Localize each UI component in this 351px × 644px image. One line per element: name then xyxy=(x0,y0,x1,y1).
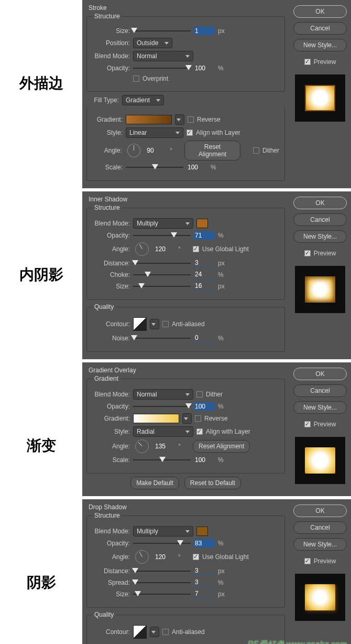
checkbox-antialiased[interactable] xyxy=(162,321,169,327)
checkbox-reverse[interactable] xyxy=(188,116,194,123)
newstyle-button[interactable]: New Style... xyxy=(293,401,347,414)
input-scale[interactable] xyxy=(187,163,207,171)
slider-distance[interactable] xyxy=(133,567,191,575)
checkbox-antialiased[interactable] xyxy=(162,629,169,635)
checkbox-preview[interactable] xyxy=(304,250,311,256)
color-chip[interactable] xyxy=(196,527,208,536)
label-angle: Angle: xyxy=(92,147,122,154)
gradient-dropdown-icon[interactable] xyxy=(182,413,192,424)
slider-opacity[interactable] xyxy=(133,402,191,411)
select-filltype[interactable]: Gradient xyxy=(122,95,164,105)
input-size[interactable] xyxy=(194,27,215,35)
input-opacity[interactable] xyxy=(194,402,215,411)
input-distance[interactable] xyxy=(194,259,215,267)
input-opacity[interactable] xyxy=(194,64,215,72)
gradient-dropdown-icon[interactable] xyxy=(175,114,184,125)
input-scale[interactable] xyxy=(194,456,215,464)
angle-dial[interactable] xyxy=(135,550,149,564)
input-size[interactable] xyxy=(194,282,215,291)
input-angle[interactable] xyxy=(154,442,175,450)
slider-scale[interactable] xyxy=(133,456,191,464)
newstyle-button[interactable]: New Style... xyxy=(293,39,347,51)
label-reverse: Reverse xyxy=(204,415,228,422)
label-spread: Spread: xyxy=(92,579,130,586)
color-chip[interactable] xyxy=(196,219,208,228)
checkbox-preview[interactable] xyxy=(304,558,311,564)
slider-opacity[interactable] xyxy=(133,539,191,548)
section-inner-shadow: 内阴影 Inner Shadow Structure Blend Mode: M… xyxy=(0,191,351,362)
legend-quality: Quality xyxy=(92,303,116,310)
input-spread[interactable] xyxy=(194,578,215,587)
select-position[interactable]: Outside xyxy=(133,38,172,48)
cancel-button[interactable]: Cancel xyxy=(293,213,347,226)
select-style[interactable]: Radial xyxy=(133,426,193,437)
input-choke[interactable] xyxy=(194,270,215,279)
newstyle-button[interactable]: New Style... xyxy=(293,230,347,243)
input-size[interactable] xyxy=(194,589,215,598)
gradient-swatch[interactable] xyxy=(133,414,179,423)
reset-alignment-button[interactable]: Reset Alignment xyxy=(184,141,241,160)
contour-dropdown-icon[interactable] xyxy=(150,319,159,329)
reset-alignment-button[interactable]: Reset Alignment xyxy=(193,440,250,453)
watermark: PS爱好者 www.psahz.com xyxy=(248,639,347,644)
select-blendmode[interactable]: Multiply xyxy=(133,526,193,536)
contour-dropdown-icon[interactable] xyxy=(150,627,159,637)
input-noise[interactable] xyxy=(194,334,215,342)
contour-picker[interactable] xyxy=(133,625,147,639)
checkbox-preview[interactable] xyxy=(304,59,311,65)
newstyle-button[interactable]: New Style... xyxy=(293,538,347,551)
input-distance[interactable] xyxy=(194,566,215,575)
slider-opacity[interactable] xyxy=(133,231,191,240)
cancel-button[interactable]: Cancel xyxy=(293,384,347,397)
make-default-button[interactable]: Make Default xyxy=(130,477,179,489)
angle-dial[interactable] xyxy=(135,439,149,453)
angle-dial[interactable] xyxy=(127,144,140,157)
input-opacity[interactable] xyxy=(194,231,215,240)
label-blendmode: Blend Mode: xyxy=(92,52,130,60)
contour-picker[interactable] xyxy=(133,317,147,331)
ok-button[interactable]: OK xyxy=(293,5,347,18)
legend-structure: Structure xyxy=(92,204,122,211)
section-stroke: 外描边 Stroke Structure Size: px Position: … xyxy=(0,0,351,191)
slider-spread[interactable] xyxy=(133,578,191,587)
checkbox-globallight[interactable] xyxy=(193,246,199,252)
slider-opacity[interactable] xyxy=(133,64,191,72)
cancel-button[interactable]: Cancel xyxy=(293,521,347,534)
ok-button[interactable]: OK xyxy=(293,368,347,380)
select-blendmode[interactable]: Normal xyxy=(133,389,193,400)
input-angle[interactable] xyxy=(154,245,175,253)
select-blendmode[interactable]: Multiply xyxy=(133,218,193,229)
group-structure: Structure Blend Mode: Multiply Opacity: … xyxy=(86,512,285,608)
checkbox-dither[interactable] xyxy=(196,391,203,398)
checkbox-overprint[interactable] xyxy=(133,76,139,82)
input-angle[interactable] xyxy=(154,553,175,561)
slider-choke[interactable] xyxy=(133,271,191,279)
slider-noise[interactable] xyxy=(133,334,191,342)
panel-title: Drop Shadow xyxy=(89,503,285,511)
slider-size[interactable] xyxy=(133,282,191,291)
label-noise: Noise: xyxy=(92,335,130,342)
checkbox-alignlayer[interactable] xyxy=(196,428,203,435)
ok-button[interactable]: OK xyxy=(293,505,347,517)
label-size: Size: xyxy=(92,283,130,290)
checkbox-globallight[interactable] xyxy=(193,554,199,560)
label-style: Style: xyxy=(92,129,123,136)
input-opacity[interactable] xyxy=(194,539,215,548)
input-angle[interactable] xyxy=(146,146,167,155)
slider-scale[interactable] xyxy=(126,163,183,171)
slider-size[interactable] xyxy=(133,590,191,598)
slider-distance[interactable] xyxy=(133,259,191,267)
checkbox-alignlayer[interactable] xyxy=(187,130,193,136)
slider-size[interactable] xyxy=(133,27,191,35)
select-style[interactable]: Linear xyxy=(126,127,183,138)
angle-dial[interactable] xyxy=(135,242,149,256)
gradient-swatch[interactable] xyxy=(126,115,172,124)
checkbox-dither[interactable] xyxy=(253,147,259,154)
reset-default-button[interactable]: Reset to Default xyxy=(184,477,241,489)
checkbox-preview[interactable] xyxy=(304,421,311,427)
cancel-button[interactable]: Cancel xyxy=(293,22,347,35)
ok-button[interactable]: OK xyxy=(293,197,347,209)
label-filltype: Fill Type: xyxy=(89,96,119,104)
select-blendmode[interactable]: Normal xyxy=(133,51,193,61)
checkbox-reverse[interactable] xyxy=(195,415,201,422)
